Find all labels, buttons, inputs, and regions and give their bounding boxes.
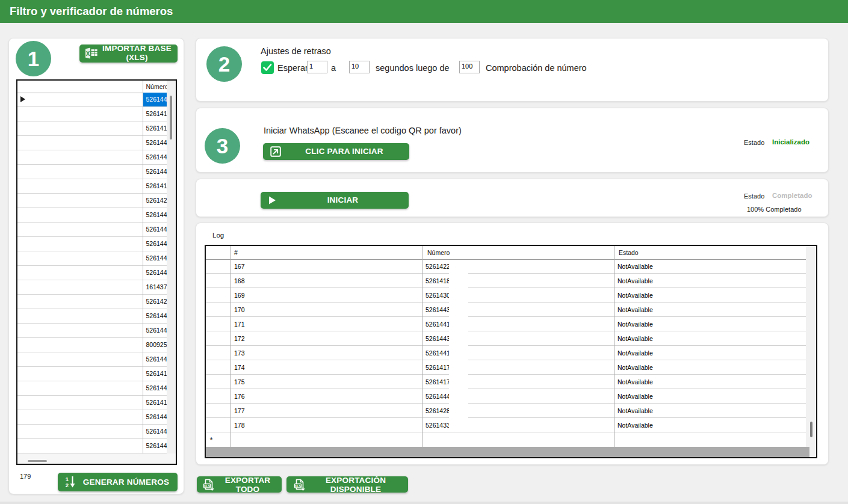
numbers-grid-cell[interactable]: 5261441 xyxy=(143,223,170,236)
numbers-grid-cell[interactable]: 5261440 xyxy=(143,425,170,438)
numbers-grid-cell[interactable]: 5261441 xyxy=(143,352,170,366)
numbers-grid-row[interactable]: 5261444 xyxy=(17,93,167,107)
log-cell-index: 176 xyxy=(234,389,245,403)
scrollbar-thumb[interactable] xyxy=(170,96,172,140)
app-window: Filtro y verificador de números 1 X IMPO… xyxy=(0,0,848,504)
checkmark-icon xyxy=(263,64,272,72)
log-table-row[interactable]: 17552614171NotAvailable xyxy=(206,375,806,389)
panel-log: Log # Número Estado 16752614220NotAvaila… xyxy=(196,223,829,465)
numbers-grid-row[interactable]: 5261444 xyxy=(17,165,167,179)
numbers-grid-cell[interactable]: 5261442 xyxy=(143,150,170,164)
numbers-grid-cell[interactable]: 5261441 xyxy=(143,136,170,150)
numbers-grid-cell[interactable]: 5261444 xyxy=(143,381,170,395)
log-table[interactable]: # Número Estado 16752614220NotAvailable1… xyxy=(205,245,818,459)
row-divider xyxy=(206,432,806,432)
row-count: 179 xyxy=(20,473,31,480)
delay-from-input[interactable]: 1 xyxy=(307,61,327,73)
numbers-grid-cell[interactable]: 5261444 xyxy=(143,410,170,424)
numbers-grid-vertical-scrollbar[interactable] xyxy=(167,81,176,453)
delay-to-input[interactable]: 10 xyxy=(349,61,370,73)
export-available-button[interactable]: XLS EXPORTACIÓN DISPONIBLE xyxy=(286,476,408,493)
numbers-grid-cell[interactable]: 5261444 xyxy=(143,309,170,323)
scrollbar-thumb[interactable] xyxy=(28,460,47,462)
numbers-grid-row[interactable]: 5261444 xyxy=(17,410,167,425)
numbers-grid-cell[interactable]: 8009251 xyxy=(143,338,170,352)
numbers-grid-cell[interactable]: 5261444 xyxy=(143,93,170,106)
numbers-grid-row[interactable]: 5261418 xyxy=(17,121,167,136)
generate-numbers-button[interactable]: 1 2 GENERAR NÚMEROS xyxy=(58,473,178,491)
numbers-grid-row[interactable]: 5261445 xyxy=(17,439,167,453)
numbers-grid-cell[interactable]: 5261418 xyxy=(143,396,170,410)
log-vertical-scrollbar[interactable] xyxy=(806,246,816,447)
log-cell-index: 175 xyxy=(234,375,245,389)
numbers-grid-row[interactable]: 5261418 xyxy=(17,396,167,410)
numbers-grid-row[interactable]: 5261444 xyxy=(17,309,167,324)
numbers-grid-cell[interactable]: 5261412 xyxy=(143,367,170,381)
export-all-label-line1: EXPORTAR xyxy=(225,476,271,485)
log-column-divider xyxy=(422,246,422,447)
log-table-row[interactable]: 17252614432NotAvailable xyxy=(206,331,806,346)
log-table-row[interactable]: 17752614281NotAvailable xyxy=(206,404,806,418)
numbers-grid-cell[interactable]: 5261418 xyxy=(143,121,170,135)
numbers-grid-cell[interactable]: 5261410 xyxy=(143,179,170,193)
scrollbar-thumb[interactable] xyxy=(206,447,810,457)
numbers-grid-row[interactable]: 5261417 xyxy=(17,107,167,121)
numbers-grid-row[interactable]: 5261441 xyxy=(17,136,167,150)
numbers-grid-cell[interactable]: 5261440 xyxy=(143,251,170,265)
numbers-grid-cell[interactable]: 5261443 xyxy=(143,324,170,337)
export-all-button[interactable]: XLS EXPORTAR TODO xyxy=(197,476,282,493)
numbers-grid-row[interactable]: 5261441 xyxy=(17,352,167,367)
numbers-grid-row[interactable]: 5261440 xyxy=(17,251,167,266)
click-to-start-label: CLIC PARA INICIAR xyxy=(280,143,409,160)
numbers-grid-cell[interactable]: 5261445 xyxy=(143,439,170,453)
click-to-start-button[interactable]: CLIC PARA INICIAR xyxy=(263,143,409,160)
numbers-grid-row[interactable]: 5261444 xyxy=(17,208,167,223)
numbers-grid-row[interactable]: 5261412 xyxy=(17,367,167,381)
log-table-row[interactable]: 16752614220NotAvailable xyxy=(206,259,806,274)
numbers-grid-row[interactable]: 5261444 xyxy=(17,381,167,396)
log-cell-estado: NotAvailable xyxy=(617,346,653,360)
numbers-grid-row[interactable]: 5261447 xyxy=(17,237,167,251)
log-table-row[interactable]: 17452614174NotAvailable xyxy=(206,360,806,375)
numbers-grid-row[interactable]: 5261440 xyxy=(17,425,167,439)
numbers-grid-cell[interactable]: 5261442 xyxy=(143,266,170,280)
numbers-grid-cell[interactable]: 5261425 xyxy=(143,194,170,207)
log-table-row[interactable]: 17352614415NotAvailable xyxy=(206,346,806,360)
numbers-grid-row[interactable]: 5261442 xyxy=(17,150,167,165)
numbers-grid-row[interactable]: 1614371 xyxy=(17,280,167,295)
log-table-row[interactable]: 17052614431NotAvailable xyxy=(206,303,806,317)
log-table-row[interactable]: 17152614411NotAvailable xyxy=(206,317,806,331)
log-table-row[interactable]: 16852614185NotAvailable xyxy=(206,274,806,288)
log-cell-index: 172 xyxy=(234,331,245,345)
numbers-grid-cell[interactable]: 1614371 xyxy=(143,280,170,294)
window-bottom-edge xyxy=(0,502,848,504)
log-table-row[interactable]: 17652614440NotAvailable xyxy=(206,389,806,404)
check-count-input[interactable]: 100 xyxy=(459,61,480,73)
generate-numbers-label: GENERAR NÚMEROS xyxy=(75,473,178,491)
panel-step3-start-whatsapp: 3 Iniciar WhatsApp (Escanee el codigo QR… xyxy=(196,108,829,173)
wait-checkbox[interactable] xyxy=(261,61,274,74)
numbers-grid-row[interactable]: 5261425 xyxy=(17,194,167,208)
log-table-row[interactable]: 16952614300NotAvailable xyxy=(206,288,806,303)
log-cell-index: 171 xyxy=(234,317,245,331)
whatsapp-instruction: Iniciar WhatsApp (Escanee el codigo QR p… xyxy=(264,126,462,135)
numbers-grid-cell[interactable]: 5261447 xyxy=(143,237,170,251)
numbers-grid-row[interactable]: 5261410 xyxy=(17,179,167,194)
numbers-grid-cell[interactable]: 5261421 xyxy=(143,295,170,309)
numbers-grid-cell[interactable]: 5261444 xyxy=(143,165,170,179)
scrollbar-thumb[interactable] xyxy=(810,422,812,437)
numbers-grid[interactable]: Número 526144452614175261418526144152614… xyxy=(16,79,177,465)
numbers-grid-row[interactable]: 5261441 xyxy=(17,223,167,237)
log-cell-index: 167 xyxy=(234,259,245,273)
numbers-grid-row[interactable]: 5261442 xyxy=(17,266,167,280)
numbers-grid-horizontal-scrollbar[interactable] xyxy=(17,453,176,464)
numbers-grid-row[interactable]: 5261421 xyxy=(17,295,167,309)
numbers-grid-row[interactable]: 8009251 xyxy=(17,338,167,352)
import-base-button[interactable]: X IMPORTAR BASE (XLS) xyxy=(79,45,178,63)
log-horizontal-scrollbar[interactable] xyxy=(206,447,817,457)
numbers-grid-cell[interactable]: 5261417 xyxy=(143,107,170,121)
numbers-grid-cell[interactable]: 5261444 xyxy=(143,208,170,222)
numbers-grid-row[interactable]: 5261443 xyxy=(17,324,167,338)
log-table-row[interactable]: 17852614335NotAvailable xyxy=(206,418,806,432)
start-button[interactable]: INICIAR xyxy=(261,192,409,209)
